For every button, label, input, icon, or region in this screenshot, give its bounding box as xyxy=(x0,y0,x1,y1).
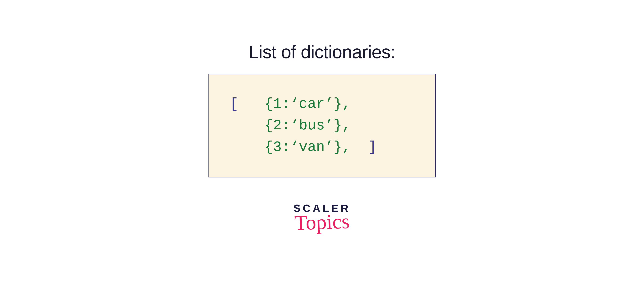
code-line-3: {3:‘van’}, ] xyxy=(230,136,418,158)
code-line-1: [ {1:‘car’}, xyxy=(230,93,418,115)
code-box: [ {1:‘car’}, {2:‘bus’}, {3:‘van’}, ] xyxy=(208,74,436,177)
open-bracket: [ xyxy=(230,96,238,112)
dict-entry: {2:‘bus’} xyxy=(264,117,342,134)
comma: , xyxy=(342,139,351,155)
logo-sub-text: Topics xyxy=(294,209,350,235)
dict-entry: {1:‘car’} xyxy=(264,96,342,112)
brand-logo: SCALER Topics xyxy=(293,202,350,234)
comma: , xyxy=(342,117,351,134)
close-bracket: ] xyxy=(368,139,377,155)
comma: , xyxy=(342,96,351,112)
code-line-2: {2:‘bus’}, xyxy=(230,115,418,136)
diagram-title: List of dictionaries: xyxy=(248,42,395,62)
dict-entry: {3:‘van’} xyxy=(264,139,342,155)
